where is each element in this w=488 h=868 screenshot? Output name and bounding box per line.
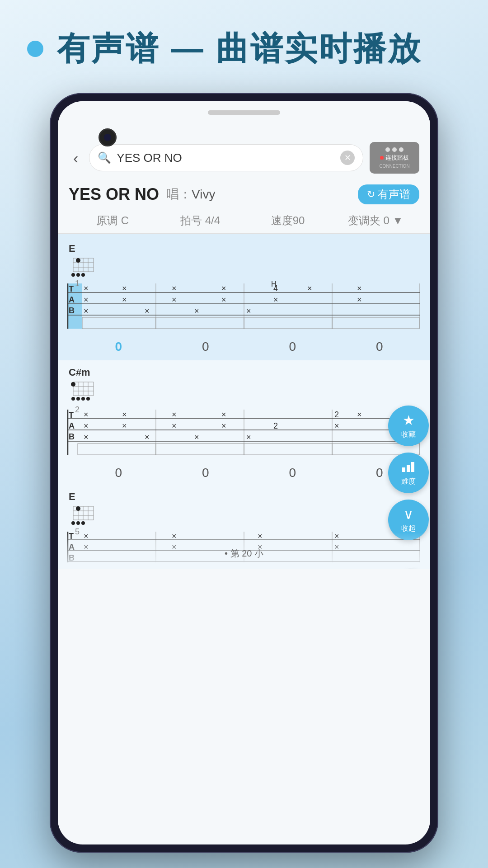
header-title: 有声谱 — 曲谱实时播放 <box>57 27 422 71</box>
original-key[interactable]: 原调 C <box>69 213 156 228</box>
youshenpu-badge[interactable]: ↻ 有声谱 <box>358 184 419 204</box>
svg-rect-45 <box>244 317 332 329</box>
song-title: YES OR NO <box>69 185 159 204</box>
svg-point-101 <box>76 506 80 511</box>
measure-num-1: 1 <box>75 279 80 288</box>
svg-text:×: × <box>221 410 226 419</box>
svg-text:×: × <box>122 295 127 304</box>
svg-rect-43 <box>82 317 156 329</box>
beat2-0-3: 0 <box>249 466 336 480</box>
capo[interactable]: 变调夹 0 ▼ <box>332 213 419 228</box>
svg-text:4: 4 <box>273 284 278 293</box>
svg-text:T: T <box>69 284 74 293</box>
svg-point-57 <box>71 397 75 401</box>
beat[interactable]: 拍号 4/4 <box>156 213 244 228</box>
chord-name-E: E <box>69 243 96 255</box>
beat2-0-2: 0 <box>162 466 249 480</box>
chevron-down-icon: ∨ <box>404 506 413 522</box>
svg-text:×: × <box>221 421 226 430</box>
beat-0-2: 0 <box>162 340 249 354</box>
chord-grid-svg-E2 <box>69 503 96 525</box>
svg-text:×: × <box>84 433 89 442</box>
search-query: YES OR NO <box>117 151 335 165</box>
tab-notation-1: 1 <box>65 279 423 357</box>
badge-label: 有声谱 <box>378 187 410 202</box>
song-title-row: YES OR NO 唱： Vivy ↻ 有声谱 <box>58 178 430 211</box>
svg-point-10 <box>71 273 75 277</box>
tab-staff-svg-2: T A B × × × × 2 × × × <box>65 405 423 464</box>
notch-area <box>58 101 430 137</box>
search-clear-button[interactable]: ✕ <box>340 151 355 165</box>
collapse-label: 收起 <box>401 524 416 533</box>
connection-button[interactable]: 连接踏板 CONNECTION <box>370 142 419 174</box>
svg-rect-44 <box>156 317 244 329</box>
svg-text:×: × <box>357 295 362 304</box>
svg-text:2: 2 <box>273 421 278 430</box>
phone-screen: ‹ 🔍 YES OR NO ✕ <box>58 101 430 844</box>
connection-sublabel: CONNECTION <box>379 164 409 169</box>
svg-text:×: × <box>194 307 199 316</box>
beat-numbers-2: 0 0 0 0 <box>65 466 423 483</box>
bottom-fade: • 第 20 小 <box>58 533 430 569</box>
measure-num-2: 2 <box>75 405 80 415</box>
svg-text:×: × <box>172 284 177 293</box>
svg-text:×: × <box>84 410 89 419</box>
beat2-0-1: 0 <box>75 466 162 480</box>
svg-text:×: × <box>273 295 278 304</box>
svg-text:×: × <box>122 421 127 430</box>
tempo[interactable]: 速度90 <box>244 213 332 228</box>
back-button[interactable]: ‹ <box>69 147 83 169</box>
svg-text:A: A <box>69 421 75 430</box>
svg-text:A: A <box>69 295 75 304</box>
svg-point-60 <box>86 397 90 401</box>
svg-text:×: × <box>145 307 150 316</box>
chord-grid-svg <box>69 255 96 277</box>
svg-rect-88 <box>78 443 156 455</box>
favorite-button[interactable]: ★ 收藏 <box>388 406 429 446</box>
svg-text:×: × <box>84 284 89 293</box>
svg-text:×: × <box>172 421 177 430</box>
beat-0-4: 0 <box>336 340 423 354</box>
svg-text:×: × <box>84 295 89 304</box>
svg-text:×: × <box>221 295 226 304</box>
info-row: 原调 C 拍号 4/4 速度90 变调夹 0 ▼ <box>58 211 430 234</box>
svg-text:×: × <box>122 410 127 419</box>
svg-text:×: × <box>194 433 199 442</box>
app-content: ‹ 🔍 YES OR NO ✕ <box>58 137 430 569</box>
svg-rect-89 <box>156 443 244 455</box>
svg-text:×: × <box>357 410 362 419</box>
connection-label: 连接踏板 <box>385 154 409 162</box>
difficulty-label: 难度 <box>401 477 416 486</box>
singer-name: Vivy <box>192 187 215 202</box>
search-bar[interactable]: 🔍 YES OR NO ✕ <box>89 144 363 171</box>
tab-notation-2: 2 T A <box>65 405 423 483</box>
svg-text:×: × <box>246 433 251 442</box>
svg-text:B: B <box>69 306 75 315</box>
beat-0-3: 0 <box>249 340 336 354</box>
badge-icon: ↻ <box>367 189 375 200</box>
svg-text:×: × <box>246 307 251 316</box>
tab-section-2: C#m <box>58 360 430 486</box>
beat-0-1: 0 <box>75 340 162 354</box>
star-icon: ★ <box>403 412 415 428</box>
header-dot <box>27 41 43 57</box>
phone-frame: ‹ 🔍 YES OR NO ✕ <box>50 93 438 853</box>
svg-point-11 <box>76 273 80 277</box>
svg-rect-90 <box>244 443 332 455</box>
chord-grid-svg-csm <box>69 378 96 403</box>
svg-rect-46 <box>332 317 419 329</box>
svg-point-103 <box>76 521 80 525</box>
chord-diagram-E2: E <box>69 491 96 527</box>
svg-text:×: × <box>334 421 339 430</box>
svg-point-12 <box>81 273 85 277</box>
beat-numbers-1: 0 0 0 0 <box>65 340 423 357</box>
svg-text:×: × <box>307 284 312 293</box>
svg-text:×: × <box>172 295 177 304</box>
svg-point-9 <box>76 258 80 263</box>
svg-text:×: × <box>145 433 150 442</box>
svg-text:×: × <box>221 284 226 293</box>
svg-text:×: × <box>172 410 177 419</box>
svg-rect-124 <box>402 467 405 472</box>
svg-rect-125 <box>407 465 410 472</box>
difficulty-button[interactable]: 难度 <box>388 453 429 493</box>
